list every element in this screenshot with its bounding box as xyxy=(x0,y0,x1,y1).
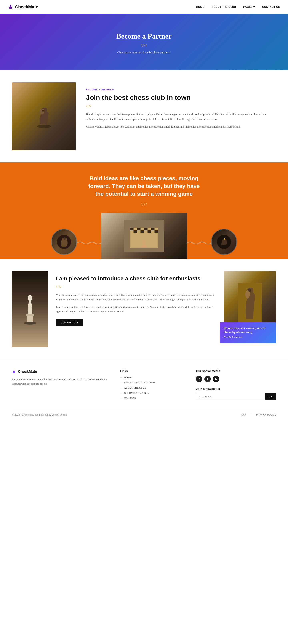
footer-grid: ♟ CheckMate Fun, competitive environment… xyxy=(12,369,276,402)
footer-faq-link[interactable]: FAQ xyxy=(241,413,246,416)
join-content: BECOME A MEMBER Join the best chess club… xyxy=(86,82,276,150)
newsletter-form: OK xyxy=(196,393,276,400)
footer-link-courses: COURSES xyxy=(120,397,184,400)
nav-links: HOME ABOUT THE CLUB PAGES ▾ CONTACT US xyxy=(196,6,280,8)
join-title: Join the best chess club in town xyxy=(86,94,276,101)
footer-link-become: BECOME A PARTNER xyxy=(120,392,184,395)
newsletter-input[interactable] xyxy=(196,393,265,400)
svg-rect-8 xyxy=(144,228,148,230)
quote-card: No one has ever won a game of chess by a… xyxy=(220,322,276,343)
svg-rect-20 xyxy=(26,314,34,316)
svg-rect-12 xyxy=(148,230,151,233)
svg-point-17 xyxy=(224,239,225,240)
footer-link-prices: PRICES & MONTHLY FEES xyxy=(120,381,184,384)
footer-link-home: HOME xyxy=(120,376,184,379)
footer-col-brand: ♟ CheckMate Fun, competitive environment… xyxy=(12,369,108,402)
join-image xyxy=(12,82,76,150)
svg-point-14 xyxy=(142,240,146,243)
intro-section: I am pleased to introduce a chess club f… xyxy=(0,259,288,359)
hero-section: Become a Partner //// Checkmate together… xyxy=(0,14,288,70)
intro-right-panel: No one has ever won a game of chess by a… xyxy=(224,271,276,347)
join-paragraph-1: Blandit turpis cursus in hac habitasse p… xyxy=(86,112,276,122)
footer-bottom-links: FAQ — PRIVACY POLICE xyxy=(241,413,276,416)
footer-description: Fun, competitive environment for skill i… xyxy=(12,377,108,386)
svg-rect-9 xyxy=(151,228,155,230)
footer-copyright: © 2023 - CheckMate Template Kit by Bimbe… xyxy=(12,413,67,416)
footer-col-social: Our social media f t ▶ Join a newsletter… xyxy=(196,369,276,402)
intro-paragraph-2: Libero enim sed faucibus turpis in eu. V… xyxy=(56,305,216,314)
quote-left-circle xyxy=(51,229,77,255)
join-squiggle: //// xyxy=(86,104,276,108)
footer-bottom: © 2023 - CheckMate Template Kit by Bimbe… xyxy=(12,410,276,416)
hero-squiggle: //// xyxy=(141,43,147,48)
nav-contact[interactable]: CONTACT US xyxy=(262,6,280,8)
svg-rect-11 xyxy=(141,230,144,233)
footer-links-heading: Links xyxy=(120,369,184,373)
footer-social-icons: f t ▶ xyxy=(196,376,276,382)
footer-logo[interactable]: ♟ CheckMate xyxy=(12,369,108,374)
contact-button[interactable]: CONTACT US xyxy=(56,319,83,326)
newsletter-button[interactable]: OK xyxy=(265,393,276,400)
quote-right-circle xyxy=(211,229,237,255)
intro-title: I am pleased to introduce a chess club f… xyxy=(56,275,216,282)
logo-text: CheckMate xyxy=(15,4,38,10)
join-label: BECOME A MEMBER xyxy=(86,88,276,91)
svg-rect-19 xyxy=(27,315,33,322)
footer-links-list: HOME PRICES & MONTHLY FEES ABOUT THE CLU… xyxy=(120,376,184,400)
svg-rect-7 xyxy=(137,228,141,230)
svg-rect-13 xyxy=(155,230,158,233)
quote-squiggle: //// xyxy=(8,202,280,207)
svg-point-22 xyxy=(28,295,32,299)
twitter-icon[interactable]: t xyxy=(204,376,211,382)
facebook-icon[interactable]: f xyxy=(196,376,202,382)
navbar: ♟ CheckMate HOME ABOUT THE CLUB PAGES ▾ … xyxy=(0,0,288,14)
join-paragraph-2: Urna id volutpat lacus laoreet non curab… xyxy=(86,124,276,129)
nav-about[interactable]: ABOUT THE CLUB xyxy=(212,6,236,8)
footer-logo-text: CheckMate xyxy=(18,370,37,374)
youtube-icon[interactable]: ▶ xyxy=(213,376,219,382)
svg-point-0 xyxy=(37,125,51,128)
nav-logo[interactable]: ♟ CheckMate xyxy=(8,4,38,10)
hero-title: Become a Partner xyxy=(116,32,172,40)
footer-col-links: Links HOME PRICES & MONTHLY FEES ABOUT T… xyxy=(120,369,184,402)
intro-paragraph-1: Vitae turpis massa sed elementum tempus.… xyxy=(56,293,216,302)
nav-home[interactable]: HOME xyxy=(196,6,204,8)
intro-squiggle: //// xyxy=(56,285,216,289)
newsletter-heading: Join a newsletter xyxy=(196,387,276,390)
svg-point-1 xyxy=(42,110,44,112)
intro-left-image xyxy=(12,271,48,347)
join-section: BECOME A MEMBER Join the best chess club… xyxy=(0,70,288,162)
footer: ♟ CheckMate Fun, competitive environment… xyxy=(0,359,288,420)
svg-rect-10 xyxy=(134,230,137,233)
logo-icon: ♟ xyxy=(8,4,13,10)
quote-center-image xyxy=(101,213,187,259)
quote-section: Bold ideas are like chess pieces, moving… xyxy=(0,162,288,259)
quote-images xyxy=(8,213,280,259)
nav-pages[interactable]: PAGES ▾ xyxy=(243,6,255,8)
hero-subtitle: Checkmate together. Let's be chess partn… xyxy=(117,51,171,54)
svg-rect-6 xyxy=(130,228,134,230)
footer-link-about: ABOUT THE CLUB xyxy=(120,386,184,390)
footer-social-heading: Our social media xyxy=(196,369,276,373)
quote-card-text: No one has ever won a game of chess by a… xyxy=(224,326,273,334)
quote-card-author: Savielly Tartakower xyxy=(224,336,273,339)
svg-point-3 xyxy=(64,238,66,240)
quote-text: Bold ideas are like chess pieces, moving… xyxy=(84,174,204,198)
svg-point-24 xyxy=(248,288,251,292)
footer-logo-icon: ♟ xyxy=(12,369,16,374)
footer-privacy-link[interactable]: PRIVACY POLICE xyxy=(256,413,276,416)
intro-content: I am pleased to introduce a chess club f… xyxy=(56,271,216,347)
